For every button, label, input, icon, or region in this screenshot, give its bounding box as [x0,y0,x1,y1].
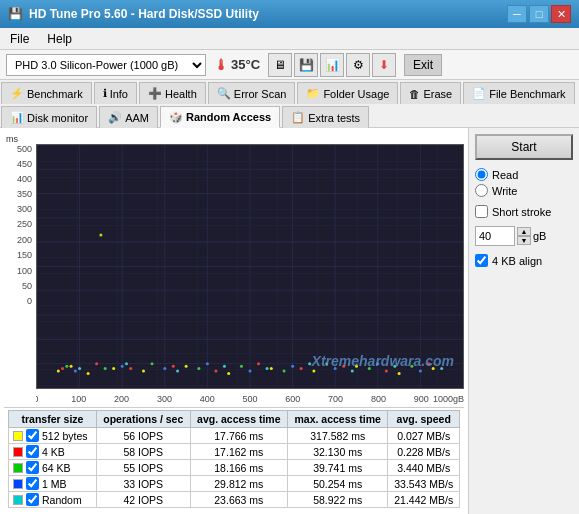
svg-point-30 [57,369,60,372]
row-checkbox[interactable] [26,493,39,506]
thermometer-icon: 🌡 [214,57,228,73]
svg-point-40 [398,372,401,375]
row-ops: 56 IOPS [96,428,190,444]
row-max-access: 32.130 ms [287,444,387,460]
row-ops: 42 IOPS [96,492,190,508]
toolbar-icon-1[interactable]: 🖥 [268,53,292,77]
table-row: 1 MB33 IOPS29.812 ms50.254 ms33.543 MB/s [9,476,460,492]
tab-benchmark[interactable]: ⚡ Benchmark [1,82,92,104]
col-ops-sec: operations / sec [96,411,190,428]
svg-text:350: 350 [17,189,32,199]
tab-aam[interactable]: 🔊 AAM [99,106,158,128]
row-checkbox[interactable] [26,429,39,442]
svg-point-58 [283,369,286,372]
gb-input-row: ▲ ▼ gB [475,226,573,246]
chart-outer: ms 500 450 400 350 300 250 200 150 100 5… [4,132,464,407]
temperature-value: 35°C [231,57,260,72]
short-stroke-checkbox[interactable] [475,205,488,218]
toolbar-icon-4[interactable]: ⚙ [346,53,370,77]
tab-random-access[interactable]: 🎲 Random Access [160,106,280,128]
maximize-button[interactable]: □ [529,5,549,23]
kb-align-checkbox[interactable] [475,254,488,267]
svg-text:1000gB: 1000gB [433,394,464,404]
color-swatch [13,479,23,489]
tab-extra-tests[interactable]: 📋 Extra tests [282,106,369,128]
svg-point-45 [129,367,132,370]
kb-align-checkbox-option[interactable]: 4 KB align [475,254,573,267]
row-label-cell: 1 MB [9,476,97,492]
temperature-display: 🌡 35°C [214,57,260,73]
svg-point-71 [78,367,81,370]
tab-file-benchmark[interactable]: 📄 File Benchmark [463,82,574,104]
svg-point-44 [95,362,98,365]
tab-folder-usage[interactable]: 📁 Folder Usage [297,82,398,104]
svg-text:250: 250 [17,219,32,229]
stats-table-area: transfer size operations / sec avg. acce… [4,407,464,510]
folder-usage-icon: 📁 [306,87,320,100]
right-panel: Start Read Write Short stroke ▲ ▼ gB [469,128,579,514]
svg-point-60 [368,367,371,370]
tab-health-label: Health [165,88,197,100]
row-checkbox[interactable] [26,461,39,474]
title-bar-controls: ─ □ ✕ [507,5,571,23]
start-button[interactable]: Start [475,134,573,160]
read-radio-option[interactable]: Read [475,168,573,181]
read-write-radio-group: Read Write [475,168,573,197]
window-title: HD Tune Pro 5.60 - Hard Disk/SSD Utility [29,7,259,21]
row-checkbox[interactable] [26,477,39,490]
color-swatch [13,463,23,473]
row-ops: 33 IOPS [96,476,190,492]
title-bar: 💾 HD Tune Pro 5.60 - Hard Disk/SSD Utili… [0,0,579,28]
spin-down-button[interactable]: ▼ [517,236,531,245]
tab-extra-tests-label: Extra tests [308,112,360,124]
row-avg-access: 18.166 ms [190,460,287,476]
row-size-label: Random [42,494,82,506]
toolbar-icon-5[interactable]: ⬇ [372,53,396,77]
exit-button[interactable]: Exit [404,54,442,76]
svg-point-76 [308,362,311,365]
write-radio-option[interactable]: Write [475,184,573,197]
row-ops: 58 IOPS [96,444,190,460]
tab-error-scan-label: Error Scan [234,88,287,100]
svg-point-54 [104,367,107,370]
row-size-label: 512 bytes [42,430,88,442]
main-content: ms 500 450 400 350 300 250 200 150 100 5… [0,128,579,514]
row-checkbox[interactable] [26,445,39,458]
toolbar-icon-3[interactable]: 📊 [320,53,344,77]
svg-point-57 [240,365,243,368]
menu-help[interactable]: Help [43,31,76,47]
menu-bar: File Help [0,28,579,50]
tab-erase[interactable]: 🗑 Erase [400,82,461,104]
short-stroke-checkbox-option[interactable]: Short stroke [475,205,573,218]
svg-point-72 [125,362,128,365]
svg-text:500: 500 [17,144,32,154]
row-size-label: 1 MB [42,478,67,490]
svg-point-62 [74,369,77,372]
table-row: Random42 IOPS23.663 ms58.922 ms21.442 MB… [9,492,460,508]
toolbar: PHD 3.0 Silicon-Power (1000 gB) 🌡 35°C 🖥… [0,50,579,80]
svg-point-37 [270,367,273,370]
svg-point-42 [99,233,102,236]
read-radio[interactable] [475,168,488,181]
minimize-button[interactable]: ─ [507,5,527,23]
tab-erase-label: Erase [423,88,452,100]
close-button[interactable]: ✕ [551,5,571,23]
svg-text:600: 600 [285,394,300,404]
tab-info[interactable]: ℹ Info [94,82,137,104]
write-radio[interactable] [475,184,488,197]
svg-point-51 [385,369,388,372]
tab-disk-monitor[interactable]: 📊 Disk monitor [1,106,97,128]
drive-selector[interactable]: PHD 3.0 Silicon-Power (1000 gB) [6,54,206,76]
x-axis: 0 100 200 300 400 500 600 700 800 900 10… [36,389,464,405]
toolbar-icon-2[interactable]: 💾 [294,53,318,77]
tab-health[interactable]: ➕ Health [139,82,206,104]
health-icon: ➕ [148,87,162,100]
disk-monitor-icon: 📊 [10,111,24,124]
svg-point-31 [70,365,73,368]
menu-file[interactable]: File [6,31,33,47]
svg-point-61 [410,365,413,368]
gb-number-input[interactable] [475,226,515,246]
svg-point-75 [266,367,269,370]
spin-up-button[interactable]: ▲ [517,227,531,236]
tab-error-scan[interactable]: 🔍 Error Scan [208,82,296,104]
